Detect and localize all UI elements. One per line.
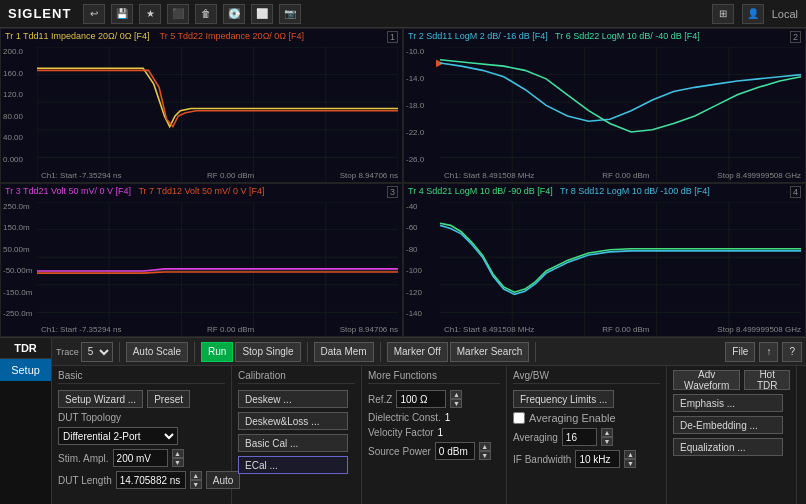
frequency-limits-button[interactable]: Frequency Limits ...	[513, 390, 614, 408]
auto-scale-button[interactable]: Auto Scale	[126, 342, 188, 362]
x-axis-1: Ch1: Start -7.35294 ns RF 0.00 dBm Stop …	[41, 171, 398, 180]
setup-button[interactable]: Setup	[0, 359, 51, 381]
dut-length-spinner[interactable]: ▲ ▼	[190, 471, 202, 489]
ref-z-up[interactable]: ▲	[450, 390, 462, 399]
wizard-row: Setup Wizard ... Preset	[58, 390, 225, 408]
averaging-input[interactable]	[562, 428, 597, 446]
trace1-label: Tr 1 Tdd11 Impedance 20Ω/ 0Ω [F4]	[5, 31, 150, 41]
trace-group: Trace 5	[56, 342, 120, 362]
trash-icon[interactable]: 🗑	[195, 4, 217, 24]
chart-svg-1	[37, 47, 398, 183]
chart-svg-2	[440, 47, 801, 183]
freq-limits-row: Frequency Limits ...	[513, 390, 660, 408]
source-power-input[interactable]	[435, 442, 475, 460]
run-button[interactable]: Run	[201, 342, 233, 362]
chip-icon[interactable]: ⬛	[167, 4, 189, 24]
deskew-loss-button[interactable]: Deskew&Loss ...	[238, 412, 348, 430]
chart-title-2: Tr 2 Sdd11 LogM 2 dB/ -16 dB [F4] Tr 6 S…	[408, 31, 700, 41]
top-right: ⊞ 👤 Local	[712, 4, 798, 24]
equalization-button[interactable]: Equalization ...	[673, 438, 783, 456]
averaging-up[interactable]: ▲	[601, 428, 613, 437]
chart-panel-4: Tr 4 Sdd21 LogM 10 dB/ -90 dB [F4] Tr 8 …	[403, 183, 806, 338]
de-embedding-button[interactable]: De-Embedding ...	[673, 416, 783, 434]
dut-length-down[interactable]: ▼	[190, 480, 202, 489]
dut-length-input[interactable]	[116, 471, 186, 489]
ecal-button[interactable]: ECal ...	[238, 456, 348, 474]
source-power-up[interactable]: ▲	[479, 442, 491, 451]
velocity-value: 1	[438, 427, 444, 438]
stim-ampl-up[interactable]: ▲	[172, 449, 184, 458]
up-button[interactable]: ↑	[759, 342, 778, 362]
chart-area: Tr 1 Tdd11 Impedance 20Ω/ 0Ω [F4] Tr 5 T…	[0, 28, 806, 338]
deskew-button[interactable]: Deskew ...	[238, 390, 348, 408]
top-icons: ↩ 💾 ★ ⬛ 🗑 💽 ⬜ 📷	[83, 4, 711, 24]
dut-length-label: DUT Length	[58, 475, 112, 486]
averaging-enable-row: Averaging Enable	[513, 412, 660, 424]
if-bw-input[interactable]	[575, 450, 620, 468]
marker-off-button[interactable]: Marker Off	[387, 342, 448, 362]
ref-z-down[interactable]: ▼	[450, 399, 462, 408]
hot-tdr-button[interactable]: Hot TDR	[744, 370, 790, 390]
basic-title: Basic	[58, 370, 225, 384]
basic-section: Basic Setup Wizard ... Preset DUT Topolo…	[52, 366, 232, 504]
if-bw-spinner[interactable]: ▲ ▼	[624, 450, 636, 468]
ref-z-row: Ref.Z ▲ ▼	[368, 390, 500, 408]
chart-title-3: Tr 3 Tdd21 Volt 50 mV/ 0 V [F4] Tr 7 Tdd…	[5, 186, 264, 196]
grid-icon[interactable]: ⊞	[712, 4, 734, 24]
floppy-icon[interactable]: 💽	[223, 4, 245, 24]
dut-topology-row: DUT Topology	[58, 412, 225, 423]
averaging-spinner[interactable]: ▲ ▼	[601, 428, 613, 446]
ref-z-input[interactable]	[396, 390, 446, 408]
ref-z-spinner[interactable]: ▲ ▼	[450, 390, 462, 408]
emphasis-button[interactable]: Emphasis ...	[673, 394, 783, 412]
chart-svg-3	[37, 202, 398, 338]
chart-title-1: Tr 1 Tdd11 Impedance 20Ω/ 0Ω [F4] Tr 5 T…	[5, 31, 304, 41]
trace-select[interactable]: 5	[81, 342, 113, 362]
stim-ampl-down[interactable]: ▼	[172, 458, 184, 467]
velocity-label: Velocity Factor	[368, 427, 434, 438]
help-button[interactable]: ?	[782, 342, 802, 362]
data-mem-button[interactable]: Data Mem	[314, 342, 374, 362]
avg-bw-section: Avg/BW Frequency Limits ... Averaging En…	[507, 366, 667, 504]
avg-bw-title: Avg/BW	[513, 370, 660, 384]
basic-cal-button[interactable]: Basic Cal ...	[238, 434, 348, 452]
calibration-title: Calibration	[238, 370, 355, 384]
wizard-button[interactable]: Setup Wizard ...	[58, 390, 143, 408]
averaging-row: Averaging ▲ ▼	[513, 428, 660, 446]
adv-waveform-button[interactable]: Adv Waveform	[673, 370, 740, 390]
chart-panel-2: Tr 2 Sdd11 LogM 2 dB/ -16 dB [F4] Tr 6 S…	[403, 28, 806, 183]
bottom-panel: TDR Setup Trace 5 Auto Scale Run Stop Si…	[0, 338, 806, 504]
dielectric-label: Dielectric Const.	[368, 412, 441, 423]
source-power-down[interactable]: ▼	[479, 451, 491, 460]
stim-ampl-input[interactable]	[113, 449, 168, 467]
if-bw-down[interactable]: ▼	[624, 459, 636, 468]
stop-single-button[interactable]: Stop Single	[235, 342, 300, 362]
dut-topology-select[interactable]: Differential 2-Port	[58, 427, 178, 445]
more-functions-title: More Functions	[368, 370, 500, 384]
copy-icon[interactable]: ⬜	[251, 4, 273, 24]
undo-icon[interactable]: ↩	[83, 4, 105, 24]
trace6-label: Tr 6 Sdd22 LogM 10 dB/ -40 dB [F4]	[555, 31, 700, 41]
marker-group: Marker Off Marker Search	[387, 342, 537, 362]
averaging-down[interactable]: ▼	[601, 437, 613, 446]
if-bw-up[interactable]: ▲	[624, 450, 636, 459]
file-button[interactable]: File	[725, 342, 755, 362]
marker-search-button[interactable]: Marker Search	[450, 342, 530, 362]
dut-topology-label: DUT Topology	[58, 412, 121, 423]
dut-length-up[interactable]: ▲	[190, 471, 202, 480]
preset-button[interactable]: Preset	[147, 390, 190, 408]
camera-icon[interactable]: 📷	[279, 4, 301, 24]
source-power-spinner[interactable]: ▲ ▼	[479, 442, 491, 460]
x-axis-3: Ch1: Start -7.35294 ns RF 0.00 dBm Stop …	[41, 325, 398, 334]
y-axis-2: -10.0-14.0-18.0-22.0-26.0	[406, 47, 424, 164]
averaging-enable-checkbox[interactable]	[513, 412, 525, 424]
dielectric-value: 1	[445, 412, 451, 423]
save-icon[interactable]: 💾	[111, 4, 133, 24]
y-axis-4: -40-60-80-100-120-140	[406, 202, 422, 319]
user-icon[interactable]: 👤	[742, 4, 764, 24]
stim-ampl-spinner[interactable]: ▲ ▼	[172, 449, 184, 467]
dielectric-row: Dielectric Const. 1	[368, 412, 500, 423]
logo: SIGLENT	[8, 6, 71, 21]
star-icon[interactable]: ★	[139, 4, 161, 24]
velocity-row: Velocity Factor 1	[368, 427, 500, 438]
